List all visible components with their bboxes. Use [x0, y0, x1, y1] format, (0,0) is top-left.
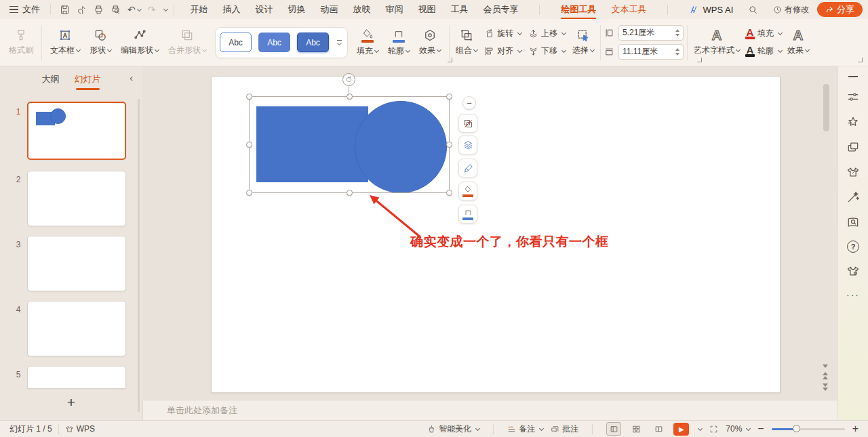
slideshow-play-button[interactable]: ▶ [673, 423, 689, 436]
tab-member[interactable]: 会员专享 [483, 3, 518, 16]
textbox-button[interactable]: 文本框 [45, 27, 85, 58]
resize-handle-nw[interactable] [246, 93, 252, 100]
tab-transition[interactable]: 切换 [288, 3, 305, 16]
resize-handle-n[interactable] [347, 93, 353, 100]
group-button[interactable]: 组合 [453, 28, 480, 56]
tab-outline[interactable]: 大纲 [42, 73, 60, 85]
style-swatch-3-selected[interactable]: Abc [297, 33, 329, 52]
zoom-level[interactable]: 70% [726, 424, 750, 434]
height-input[interactable] [623, 28, 666, 38]
resize-handle-w[interactable] [246, 142, 252, 148]
selection-box[interactable] [249, 96, 450, 193]
slide-thumbnail-5[interactable] [27, 366, 126, 389]
zoom-out-button[interactable]: − [757, 423, 764, 434]
merge-shapes-quick-button[interactable] [458, 114, 477, 133]
slide-thumbnail-4[interactable] [27, 301, 126, 356]
tab-view[interactable]: 视图 [418, 3, 435, 16]
print-preview-button[interactable] [111, 5, 121, 15]
resize-handle-e[interactable] [446, 142, 452, 148]
group-launcher-icon[interactable] [697, 58, 702, 62]
save-button[interactable] [60, 5, 70, 15]
redo-button[interactable]: ↷ [148, 4, 156, 15]
skin-settings-button[interactable] [846, 264, 860, 278]
next-slide-button[interactable] [823, 383, 828, 391]
tab-slides[interactable]: 幻灯片 [75, 73, 101, 85]
tab-animation[interactable]: 动画 [320, 3, 338, 16]
quickbar-expand-button[interactable] [162, 7, 167, 12]
panel-collapse-button[interactable]: ‹ [130, 72, 133, 83]
rotate-button[interactable]: 旋转 [481, 26, 524, 41]
tab-drawing-tools[interactable]: 绘图工具 [561, 3, 596, 16]
wordart-effects-button[interactable]: A 效果 [785, 28, 812, 56]
layer-order-button[interactable] [458, 136, 477, 154]
format-painter-button[interactable]: 格式刷 [4, 27, 38, 58]
effects-star-button[interactable] [846, 115, 860, 129]
style-swatch-1[interactable]: Abc [220, 33, 252, 52]
gallery-expand-button[interactable] [336, 40, 343, 45]
zoom-in-button[interactable]: + [852, 423, 859, 434]
vertical-scrollbar-thumb[interactable] [823, 84, 829, 131]
wps-ai-button[interactable]: WPS AI [689, 5, 733, 15]
slide-sorter-view-button[interactable] [629, 422, 644, 436]
tab-review[interactable]: 审阅 [385, 3, 403, 16]
wordart-fill-button[interactable]: A填充 [743, 26, 785, 41]
object-properties-button[interactable] [846, 90, 860, 104]
slide-thumbnail-2[interactable] [27, 171, 126, 226]
edit-shape-button[interactable]: 编辑形状 [116, 27, 163, 58]
more-tools-button[interactable]: ··· [846, 289, 860, 300]
group-launcher-icon[interactable] [448, 58, 452, 62]
collapse-toolbar-button[interactable]: − [462, 96, 476, 110]
help-button[interactable]: ? [847, 241, 859, 253]
design-materials-button[interactable] [846, 165, 860, 179]
notes-bar[interactable]: 单击此处添加备注 [142, 400, 837, 420]
normal-view-button[interactable] [606, 422, 621, 436]
send-backward-button[interactable]: 下移 [526, 44, 568, 59]
share-button[interactable]: 分享 [817, 2, 863, 17]
merge-shapes-button[interactable]: 合并形状 [163, 27, 211, 58]
tab-insert[interactable]: 插入 [222, 3, 240, 16]
tab-text-tools[interactable]: 文本工具 [611, 3, 646, 16]
align-button[interactable]: 对齐 [481, 44, 524, 59]
add-slide-button[interactable]: + [0, 394, 142, 411]
find-reference-button[interactable] [846, 215, 860, 229]
tab-tools[interactable]: 工具 [450, 3, 468, 16]
selection-pane-button[interactable] [846, 140, 860, 154]
bring-forward-button[interactable]: 上移 [526, 26, 568, 41]
shape-effects-button[interactable]: 效果 [414, 27, 446, 58]
panel-scrollbar[interactable] [138, 99, 140, 412]
wordart-styles-button[interactable]: A 艺术字样式 [691, 28, 743, 56]
zoom-slider[interactable] [772, 424, 845, 434]
zoom-slider-knob[interactable] [793, 425, 800, 432]
spin-down-icon[interactable] [675, 53, 679, 56]
spin-up-icon[interactable] [675, 48, 679, 51]
group-launcher-icon[interactable] [858, 58, 863, 62]
spin-down-icon[interactable] [675, 34, 679, 37]
resize-handle-sw[interactable] [246, 190, 252, 196]
select-button[interactable]: 选择 [570, 28, 597, 56]
notes-button[interactable]: 备注 [507, 423, 543, 435]
tab-design[interactable]: 设计 [255, 3, 273, 16]
spin-up-icon[interactable] [675, 29, 679, 32]
slide-thumbnail-1[interactable] [27, 102, 126, 160]
rotate-handle[interactable] [342, 73, 355, 86]
modified-status[interactable]: 有修改 [773, 4, 809, 16]
tab-slideshow[interactable]: 放映 [353, 3, 370, 16]
comments-button[interactable]: 批注 [551, 423, 578, 435]
smart-beautify-button[interactable]: 智能美化 [427, 423, 479, 435]
resize-handle-s[interactable] [347, 190, 353, 196]
format-brush-button[interactable] [458, 159, 477, 178]
wps-skin-button[interactable]: WPS [65, 424, 95, 434]
shapes-button[interactable]: 形状 [85, 27, 116, 58]
previous-slide-button[interactable] [823, 372, 828, 379]
wordart-outline-button[interactable]: A轮廓 [743, 44, 785, 59]
shape-fill-button[interactable]: 填充 [352, 27, 383, 58]
print-button[interactable] [94, 5, 104, 15]
export-pdf-button[interactable] [77, 5, 87, 15]
scroll-down-icon[interactable] [823, 365, 828, 368]
style-swatch-2[interactable]: Abc [258, 33, 290, 52]
reading-view-button[interactable] [651, 422, 666, 436]
sidebar-collapse-button[interactable] [848, 76, 858, 77]
tab-home[interactable]: 开始 [190, 3, 208, 16]
search-icon[interactable] [748, 5, 758, 15]
resize-handle-ne[interactable] [446, 93, 452, 100]
